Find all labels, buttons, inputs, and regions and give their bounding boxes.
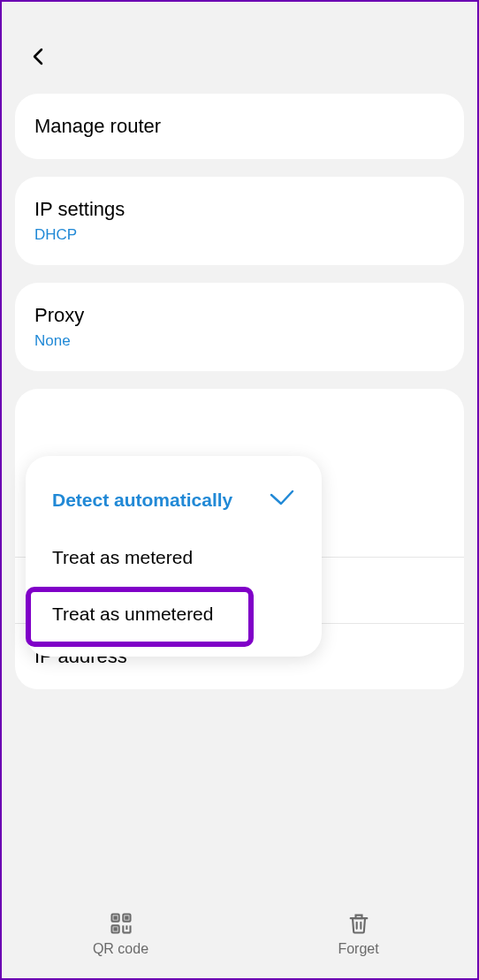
proxy-card[interactable]: Proxy None [15, 283, 464, 371]
qr-icon [109, 911, 133, 936]
trash-icon [346, 911, 371, 936]
svg-rect-3 [114, 916, 116, 918]
manage-router-title: Manage router [34, 115, 445, 138]
proxy-value: None [34, 332, 445, 350]
dropdown-item-label: Detect automatically [52, 490, 232, 511]
qr-code-label: QR code [93, 941, 148, 957]
dropdown-treat-as-metered[interactable]: Treat as metered [26, 529, 322, 586]
manage-router-card[interactable]: Manage router [15, 94, 464, 159]
back-button[interactable] [28, 46, 49, 67]
bottom-bar: QR code Forget [2, 890, 477, 978]
ip-settings-card[interactable]: IP settings DHCP [15, 177, 464, 265]
proxy-title: Proxy [34, 304, 445, 327]
ip-settings-value: DHCP [34, 226, 445, 244]
dropdown-treat-as-unmetered[interactable]: Treat as unmetered [26, 586, 322, 642]
forget-button[interactable]: Forget [306, 911, 412, 957]
check-icon [269, 488, 295, 512]
metered-dropdown: Detect automatically Treat as metered Tr… [26, 456, 322, 657]
svg-rect-5 [114, 928, 116, 930]
svg-rect-4 [125, 916, 127, 918]
ip-settings-title: IP settings [34, 198, 445, 221]
dropdown-item-label: Treat as metered [52, 547, 193, 568]
forget-label: Forget [338, 941, 378, 957]
dropdown-item-label: Treat as unmetered [52, 604, 213, 625]
dropdown-detect-automatically[interactable]: Detect automatically [26, 470, 322, 529]
qr-code-button[interactable]: QR code [68, 911, 174, 957]
